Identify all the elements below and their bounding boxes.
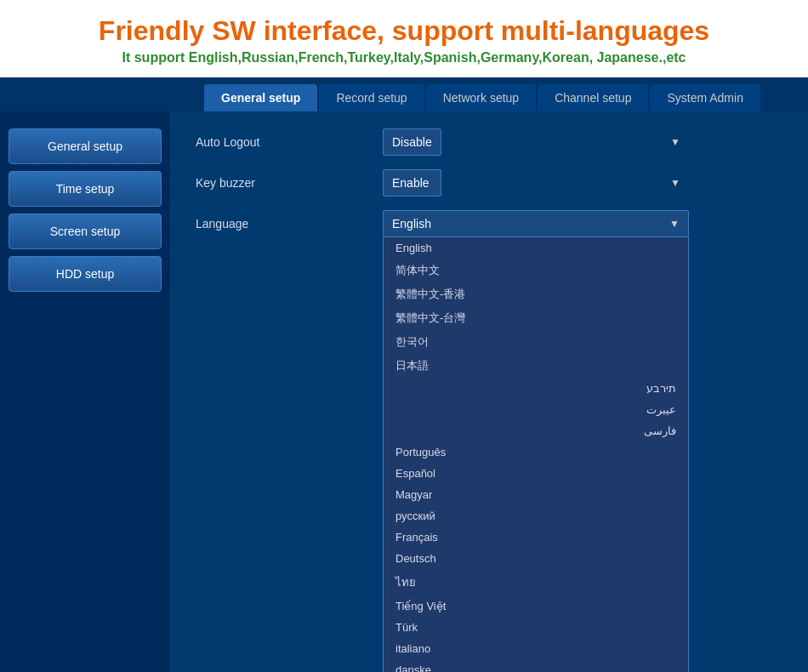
lang-option-english[interactable]: English xyxy=(384,237,688,259)
auto-logout-select-wrapper: Disable 1 min 5 min xyxy=(383,128,689,156)
lang-option-arabic[interactable]: عيبرت xyxy=(384,399,688,420)
lang-option-french[interactable]: Français xyxy=(384,527,688,548)
header: Friendly SW interface, support multi-lan… xyxy=(0,0,808,77)
lang-option-farsi[interactable]: فارسی xyxy=(384,420,688,441)
tab-network-setup[interactable]: Network setup xyxy=(426,84,536,111)
lang-option-japanese[interactable]: 日本語 xyxy=(384,354,688,378)
sidebar-btn-hdd-setup[interactable]: HDD setup xyxy=(9,256,162,292)
tab-record-setup[interactable]: Record setup xyxy=(319,84,424,111)
language-label: Language xyxy=(196,210,383,231)
lang-option-hebrew[interactable]: תירבע xyxy=(384,378,688,399)
tab-system-admin[interactable]: System Admin xyxy=(650,84,760,111)
lang-option-german[interactable]: Deutsch xyxy=(384,548,688,569)
auto-logout-select[interactable]: Disable 1 min 5 min xyxy=(383,128,441,156)
lang-option-portuguese[interactable]: Português xyxy=(384,441,688,463)
main-panel: General setup Record setup Network setup… xyxy=(0,77,808,613)
auto-logout-row: Auto Logout Disable 1 min 5 min xyxy=(196,128,782,156)
lang-option-vietnamese[interactable]: Tiếng Việt xyxy=(384,595,688,617)
sidebar-btn-screen-setup[interactable]: Screen setup xyxy=(9,214,162,249)
lang-option-korean[interactable]: 한국어 xyxy=(384,330,688,354)
tab-channel-setup[interactable]: Channel setup xyxy=(538,84,648,111)
key-buzzer-row: Key buzzer Enable Disable xyxy=(196,169,782,196)
lang-option-turkish[interactable]: Türk xyxy=(384,617,688,638)
auto-logout-label: Auto Logout xyxy=(196,135,383,149)
lang-option-trad-chinese-hk[interactable]: 繁體中文-香港 xyxy=(384,282,688,306)
key-buzzer-label: Key buzzer xyxy=(196,176,383,190)
key-buzzer-select[interactable]: Enable Disable xyxy=(383,169,441,196)
main-title: Friendly SW interface, support multi-lan… xyxy=(17,15,791,47)
lang-option-russian[interactable]: русский xyxy=(384,505,688,527)
language-dropdown-area: English English 简体中文 繁體中文-香港 繁體中文-台灣 한국어… xyxy=(383,210,782,672)
language-row: Language English English 简体中文 繁體中文-香港 繁體… xyxy=(196,210,782,672)
content-area: General setup Time setup Screen setup HD… xyxy=(0,111,808,672)
lang-option-simplified-chinese[interactable]: 简体中文 xyxy=(384,259,688,282)
language-current[interactable]: English xyxy=(383,210,689,237)
top-tabs: General setup Record setup Network setup… xyxy=(0,77,808,111)
main-content: Auto Logout Disable 1 min 5 min Key buzz… xyxy=(170,111,808,672)
key-buzzer-select-wrapper: Enable Disable xyxy=(383,169,689,196)
tab-general-setup[interactable]: General setup xyxy=(204,84,317,111)
lang-option-italian[interactable]: italiano xyxy=(384,638,688,659)
lang-option-danish[interactable]: danske xyxy=(384,659,688,672)
sidebar-btn-general-setup[interactable]: General setup xyxy=(9,128,162,164)
sidebar: General setup Time setup Screen setup HD… xyxy=(0,111,170,672)
language-dropdown-list: English 简体中文 繁體中文-香港 繁體中文-台灣 한국어 日本語 תיר… xyxy=(383,237,689,672)
lang-option-thai[interactable]: ไทย xyxy=(384,569,688,595)
lang-option-trad-chinese-tw[interactable]: 繁體中文-台灣 xyxy=(384,306,688,330)
main-subtitle: It support English,Russian,French,Turkey… xyxy=(17,50,791,65)
lang-option-spanish[interactable]: Español xyxy=(384,463,688,484)
lang-option-hungarian[interactable]: Magyar xyxy=(384,484,688,505)
sidebar-btn-time-setup[interactable]: Time setup xyxy=(9,171,162,207)
